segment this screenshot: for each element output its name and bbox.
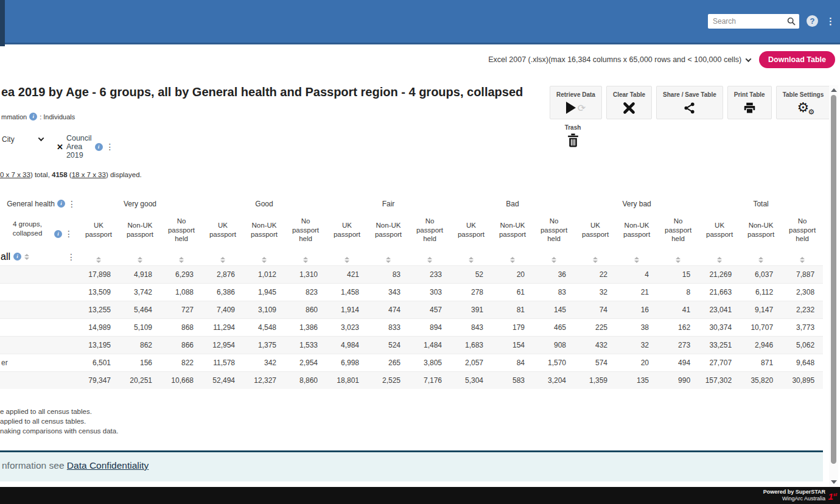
dimension-kebab-icon[interactable]: ⋮ <box>106 142 114 151</box>
share-save-table-button[interactable]: Share / Save Table <box>656 86 723 119</box>
remove-dimension-icon[interactable]: ✕ <box>57 142 63 152</box>
sort-cell[interactable] <box>161 248 202 265</box>
printer-icon <box>743 102 756 114</box>
sort-button[interactable] <box>303 257 308 263</box>
chevron-down-icon[interactable] <box>38 135 44 141</box>
sort-cell[interactable] <box>657 248 699 265</box>
subcolumn-header: Non-UK passport <box>492 212 533 248</box>
trash-button[interactable]: Trash <box>550 124 596 147</box>
sort-button[interactable] <box>510 257 515 263</box>
data-cell: 1,088 <box>161 283 202 301</box>
info-icon[interactable]: i <box>29 113 37 121</box>
sort-desc-icon <box>138 261 142 263</box>
wafer-select[interactable]: City <box>2 135 15 144</box>
data-cell: 574 <box>575 354 616 371</box>
sort-cell[interactable] <box>243 248 285 265</box>
sort-cell[interactable] <box>616 248 657 265</box>
sort-button[interactable] <box>593 257 598 263</box>
row-label <box>0 265 78 283</box>
data-cell: 1,570 <box>533 354 575 371</box>
search-icon[interactable] <box>786 16 796 26</box>
info-icon[interactable]: i <box>57 200 65 208</box>
data-cell: 342 <box>243 354 285 371</box>
scrollbar-down-button[interactable] <box>831 480 837 484</box>
data-cell: 17,898 <box>78 265 119 283</box>
retrieve-data-button[interactable]: Retrieve Data ⟳ <box>550 86 602 119</box>
sort-button[interactable] <box>717 257 722 263</box>
sort-button[interactable] <box>386 257 391 263</box>
kebab-menu-icon[interactable]: ⋮ <box>68 200 76 208</box>
data-cell: 8 <box>657 283 699 301</box>
kebab-menu-icon[interactable]: ⋮ <box>67 253 75 261</box>
data-cell: 18,801 <box>326 371 368 389</box>
download-format-select[interactable]: Excel 2007 (.xlsx)(max 16,384 columns x … <box>488 55 751 64</box>
subcolumn-header: No passport held <box>161 212 202 248</box>
footnote: e applied to all census tables. <box>0 407 118 416</box>
sort-cell[interactable] <box>699 248 740 265</box>
data-cell: 30,895 <box>782 371 823 389</box>
data-cell: 5,304 <box>450 371 492 389</box>
sort-desc-icon <box>510 261 515 263</box>
group-header: Total <box>699 195 823 212</box>
sort-button[interactable] <box>676 257 681 263</box>
info-icon[interactable]: i <box>13 253 21 261</box>
sort-button[interactable] <box>24 254 29 260</box>
data-cell: 391 <box>450 301 492 318</box>
share-icon <box>683 102 696 114</box>
sort-cell[interactable] <box>533 248 575 265</box>
table-row: 13,5093,7421,0886,3861,9458231,458343303… <box>0 283 823 301</box>
sort-button[interactable] <box>138 257 142 263</box>
sort-cell[interactable] <box>78 248 119 265</box>
vertical-scrollbar[interactable] <box>829 85 838 487</box>
sort-button[interactable] <box>220 257 225 263</box>
info-icon[interactable]: i <box>95 143 103 151</box>
kebab-menu-icon[interactable]: ⋮ <box>65 229 73 238</box>
sort-cell[interactable] <box>409 248 450 265</box>
sort-cell[interactable] <box>450 248 492 265</box>
sort-cell[interactable] <box>285 248 326 265</box>
sort-cell[interactable] <box>492 248 533 265</box>
overflow-menu-icon[interactable]: ⋮ <box>826 16 835 27</box>
sort-button[interactable] <box>262 257 267 263</box>
data-cell: 432 <box>575 336 616 354</box>
sort-button[interactable] <box>427 257 432 263</box>
clear-table-button[interactable]: Clear Table <box>606 86 652 119</box>
table-settings-button[interactable]: Table Settings ⚙ ⚙ <box>776 86 831 119</box>
group-header: Bad <box>450 195 575 212</box>
print-table-button[interactable]: Print Table <box>727 86 772 119</box>
sort-button[interactable] <box>551 257 556 263</box>
sort-cell[interactable] <box>368 248 409 265</box>
scrollbar-up-button[interactable] <box>831 88 837 92</box>
sort-cell[interactable] <box>740 248 782 265</box>
sort-cell[interactable] <box>202 248 243 265</box>
scrollbar-thumb[interactable] <box>831 95 836 464</box>
data-cell: 8,860 <box>285 371 326 389</box>
data-cell: 833 <box>368 318 409 336</box>
sort-button[interactable] <box>179 257 184 263</box>
counts-text: ) total, <box>30 171 52 178</box>
help-icon[interactable]: ? <box>807 15 818 27</box>
sort-cell[interactable] <box>326 248 368 265</box>
powered-line2: WingArc Australia <box>763 495 825 502</box>
sort-cell[interactable] <box>782 248 823 265</box>
sort-asc-icon <box>220 257 225 259</box>
search-input[interactable] <box>713 17 786 26</box>
data-cell: 52 <box>450 265 492 283</box>
total-dims-link[interactable]: 0 x 7 x 33 <box>0 171 30 178</box>
sort-button[interactable] <box>758 257 763 263</box>
sort-button[interactable] <box>345 257 349 263</box>
download-table-button[interactable]: Download Table <box>759 51 835 68</box>
sort-button[interactable] <box>800 257 805 263</box>
data-cell: 1,375 <box>243 336 285 354</box>
dimension-chip[interactable]: ✕ Council Area 2019 i ⋮ <box>57 134 114 159</box>
data-confidentiality-link[interactable]: Data Confidentiality <box>67 460 149 471</box>
sort-cell[interactable] <box>119 248 161 265</box>
sort-button[interactable] <box>96 257 101 263</box>
info-icon[interactable]: i <box>54 230 62 238</box>
displayed-dims-link[interactable]: 18 x 7 x 33 <box>72 171 106 178</box>
summation-label: mmation <box>1 113 27 121</box>
sort-cell[interactable] <box>575 248 616 265</box>
search-box[interactable] <box>708 14 799 29</box>
sort-button[interactable] <box>469 257 474 263</box>
sort-button[interactable] <box>634 257 639 263</box>
